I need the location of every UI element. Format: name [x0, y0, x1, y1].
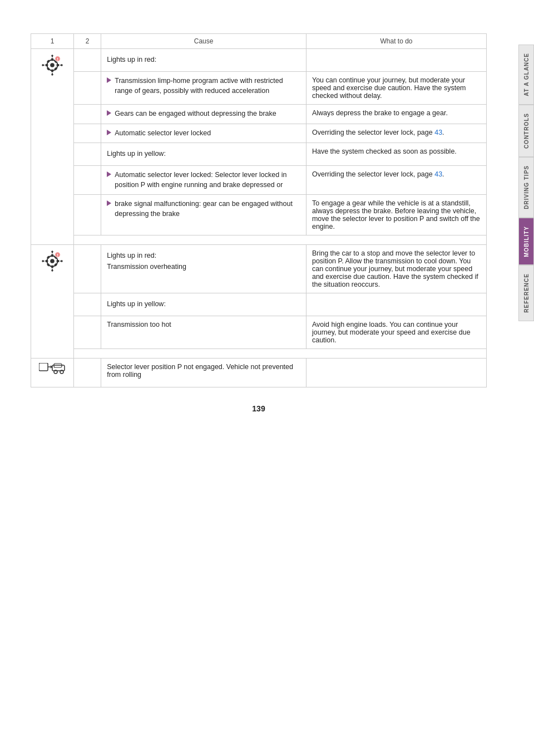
table-row: ! Lights up in red: [31, 49, 487, 72]
svg-rect-5 [57, 64, 60, 66]
what-text-overheat: Bring the car to a stop and move the sel… [312, 249, 478, 288]
col2-empty-6 [74, 195, 101, 235]
table-row: Automatic selector lever locked: Selecto… [31, 166, 487, 195]
svg-rect-16 [46, 260, 48, 262]
what-text-brake-malfunction: To engage a gear while the vehicle is at… [312, 199, 480, 230]
page-link-43[interactable]: 43 [434, 129, 442, 136]
svg-point-1 [50, 63, 55, 67]
col2-empty [74, 72, 101, 105]
what-text-selector-locked: Overriding the selector lever lock, page… [312, 170, 444, 178]
bullet-row-brake-malfunction: brake signal malfunctioning: gear can be… [107, 199, 300, 219]
bullet-row-gears: Gears can be engaged without depressing … [107, 109, 300, 119]
what-text-yellow-intro: Have the system checked as soon as possi… [312, 148, 457, 155]
col2-r3-empty [74, 359, 101, 387]
cause-transmission-limp: Transmission limp-home program active wi… [101, 72, 306, 105]
page-number: 139 [31, 404, 487, 413]
tab-reference[interactable]: REFERENCE [518, 265, 534, 321]
table-row: ! Lights up in red: Transmission overhea… [31, 245, 487, 293]
col2-empty-3 [74, 124, 101, 143]
bullet-triangle-icon [107, 110, 111, 116]
cause-gears-engaged: Gears can be engaged without depressing … [101, 105, 306, 124]
what-text-limp: You can continue your journey, but moder… [312, 76, 466, 100]
svg-rect-15 [51, 266, 53, 268]
cause-text-overheat: Transmission overheating [107, 263, 300, 271]
tab-controls[interactable]: CONTROLS [518, 105, 534, 157]
svg-rect-4 [46, 64, 48, 66]
bullet-row-auto-locked: Automatic selector lever locked [107, 129, 300, 139]
what-selector-locked: Overriding the selector lever lock, page… [306, 166, 486, 195]
col2-empty-5 [74, 166, 101, 195]
bullet-triangle-icon [107, 130, 111, 135]
svg-point-13 [50, 259, 55, 263]
bullet-triangle-icon [107, 171, 111, 177]
tab-driving-tips[interactable]: DRIVING TIPS [518, 157, 534, 218]
col2-r2-empty [74, 245, 101, 293]
cause-text-gears: Gears can be engaged without depressing … [115, 109, 300, 119]
table-row: Automatic selector lever locked Overridi… [31, 124, 487, 143]
what-yellow-r2-empty [306, 293, 486, 316]
what-limp: You can continue your journey, but moder… [306, 72, 486, 105]
cause-brake-malfunction: brake signal malfunctioning: gear can be… [101, 195, 306, 235]
what-auto-locked: Overriding the selector lever lock, page… [306, 124, 486, 143]
cause-selector-not-engaged: Selector lever position P not engaged. V… [101, 359, 306, 387]
cause-text-selector-not-engaged: Selector lever position P not engaged. V… [107, 363, 293, 379]
spacer-row [31, 235, 487, 245]
col2-r2-empty-2 [74, 293, 101, 316]
what-too-hot: Avoid high engine loads. You can continu… [306, 316, 486, 349]
bullet-row-limp: Transmission limp-home program active wi… [107, 76, 300, 96]
cause-too-hot: Transmission too hot [101, 316, 306, 349]
section-label-yellow-r2: Lights up in yellow: [107, 300, 300, 308]
icon-cell-car [31, 359, 74, 387]
header-cause: Cause [101, 34, 306, 49]
what-text-too-hot: Avoid high engine loads. You can continu… [312, 321, 471, 344]
main-table: 1 2 Cause What to do [31, 33, 487, 387]
what-brake-malfunction: To engage a gear while the vehicle is at… [306, 195, 486, 235]
table-row: Transmission too hot Avoid high engine l… [31, 316, 487, 349]
bullet-row-selector-locked: Automatic selector lever locked: Selecto… [107, 170, 300, 190]
car-position-icon [39, 363, 66, 381]
svg-text:!: ! [57, 253, 58, 258]
tab-mobility[interactable]: MOBILITY [518, 218, 534, 266]
table-row: Selector lever position P not engaged. V… [31, 359, 487, 387]
cause-text-limp: Transmission limp-home program active wi… [115, 76, 300, 96]
icon-cell-gear2: ! [31, 245, 74, 359]
table-row: Transmission limp-home program active wi… [31, 72, 487, 105]
bullet-triangle-icon [107, 77, 111, 83]
what-text-auto-locked: Overriding the selector lever lock, page… [312, 129, 444, 136]
icon-col2-empty [74, 49, 101, 72]
what-overheat: Bring the car to a stop and move the sel… [306, 245, 486, 293]
cause-red-label-r2: Lights up in red: Transmission overheati… [101, 245, 306, 293]
table-row: brake signal malfunctioning: gear can be… [31, 195, 487, 235]
svg-rect-17 [57, 260, 60, 262]
section-label-red-r2: Lights up in red: [107, 252, 300, 259]
col2-empty-2 [74, 105, 101, 124]
main-content: 1 2 Cause What to do [0, 0, 534, 756]
tab-at-a-glance[interactable]: AT A GLANCE [518, 45, 534, 105]
page-link-43b[interactable]: 43 [434, 170, 442, 178]
cause-text-selector-locked: Automatic selector lever locked: Selecto… [115, 170, 300, 190]
cause-auto-locked: Automatic selector lever locked [101, 124, 306, 143]
spacer-row-2 [31, 349, 487, 359]
svg-rect-14 [51, 254, 53, 257]
cause-text-too-hot: Transmission too hot [107, 321, 171, 328]
header-col1: 1 [31, 34, 74, 49]
cause-text-brake-malfunction: brake signal malfunctioning: gear can be… [115, 199, 300, 219]
gear-warning-icon-2: ! [41, 249, 64, 273]
what-to-do-empty-1 [306, 49, 486, 72]
cause-cell-lights-red: Lights up in red: [101, 49, 306, 72]
cause-text-auto-locked: Automatic selector lever locked [115, 129, 300, 139]
col2-r2-empty-3 [74, 316, 101, 349]
col2-empty-4 [74, 143, 101, 166]
table-row: Gears can be engaged without depressing … [31, 105, 487, 124]
what-yellow-intro: Have the system checked as soon as possi… [306, 143, 486, 166]
cause-yellow-r2: Lights up in yellow: [101, 293, 306, 316]
section-label-yellow: Lights up in yellow: [107, 150, 300, 158]
what-selector-not-engaged [306, 359, 486, 387]
icon-cell-gear1: ! [31, 49, 74, 245]
cause-lights-yellow: Lights up in yellow: [101, 143, 306, 166]
page-container: AT A GLANCE CONTROLS DRIVING TIPS MOBILI… [0, 0, 534, 756]
table-row: Lights up in yellow: [31, 293, 487, 316]
bullet-triangle-icon [107, 200, 111, 206]
gear-warning-icon: ! [41, 53, 64, 77]
svg-rect-3 [51, 70, 53, 72]
